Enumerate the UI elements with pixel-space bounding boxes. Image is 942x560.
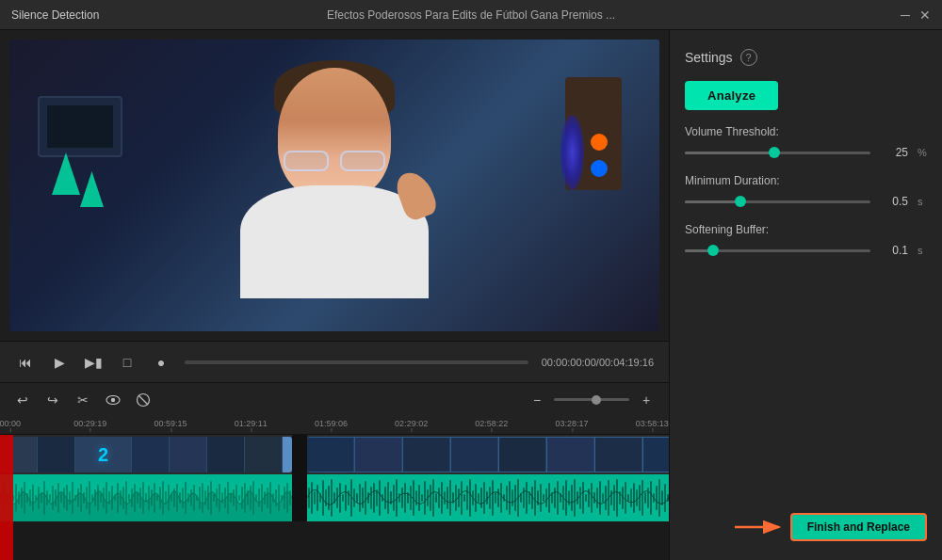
svg-rect-49 xyxy=(128,494,130,502)
minimum-duration-thumb[interactable] xyxy=(735,196,746,207)
svg-rect-35 xyxy=(89,481,90,515)
svg-rect-127 xyxy=(362,488,364,508)
svg-rect-173 xyxy=(492,480,494,516)
record-button[interactable]: ● xyxy=(151,352,171,373)
svg-rect-37 xyxy=(94,489,96,506)
svg-rect-24 xyxy=(57,483,59,513)
svg-rect-188 xyxy=(534,480,536,516)
softening-buffer-slider[interactable] xyxy=(685,249,870,252)
help-icon[interactable]: ? xyxy=(740,49,757,66)
svg-rect-103 xyxy=(281,495,283,501)
video-clip-2[interactable] xyxy=(307,437,669,472)
clip-number: 2 xyxy=(98,444,108,466)
zoom-in-button[interactable]: + xyxy=(637,391,656,409)
svg-rect-121 xyxy=(345,485,347,511)
softening-buffer-thumb[interactable] xyxy=(707,245,719,256)
svg-rect-125 xyxy=(356,493,358,503)
minimize-button[interactable]: ─ xyxy=(901,8,910,23)
timeline-toolbar: ↩ ↪ ✂ − xyxy=(0,382,669,416)
svg-rect-29 xyxy=(72,482,73,514)
svg-rect-22 xyxy=(52,486,54,510)
svg-rect-200 xyxy=(568,490,570,505)
svg-rect-177 xyxy=(503,494,505,502)
volume-threshold-fill xyxy=(685,152,774,154)
video-clip-1[interactable]: 2 xyxy=(0,437,292,472)
svg-rect-160 xyxy=(455,485,457,511)
svg-rect-141 xyxy=(401,488,403,508)
svg-rect-80 xyxy=(216,488,218,507)
playback-controls: ⏮ ▶ ▶▮ □ ● 00:00:00:00/00:04:19:16 xyxy=(0,341,669,382)
svg-rect-145 xyxy=(413,480,414,516)
zoom-thumb[interactable] xyxy=(592,395,601,405)
clip-thumb-s6 xyxy=(547,438,594,472)
ruler-mark-5: 02:29:02 xyxy=(395,419,428,428)
svg-rect-215 xyxy=(610,490,612,505)
svg-rect-162 xyxy=(461,481,463,515)
svg-rect-133 xyxy=(379,480,381,516)
svg-rect-212 xyxy=(602,493,604,503)
spacer xyxy=(685,272,927,490)
volume-threshold-thumb[interactable] xyxy=(769,147,780,158)
svg-rect-180 xyxy=(512,489,513,506)
bg-monitor xyxy=(38,96,122,157)
svg-rect-56 xyxy=(148,486,150,510)
minimum-duration-unit: s xyxy=(918,196,927,207)
svg-rect-137 xyxy=(390,491,392,504)
progress-bar[interactable] xyxy=(185,360,528,364)
svg-rect-78 xyxy=(210,481,212,515)
svg-rect-10 xyxy=(18,491,20,504)
svg-rect-20 xyxy=(46,490,48,505)
close-button[interactable]: ✕ xyxy=(919,8,931,23)
svg-rect-72 xyxy=(193,485,195,511)
minimum-duration-row: 0.5 s xyxy=(685,195,927,208)
clip-thumb-s8 xyxy=(643,438,669,472)
svg-rect-218 xyxy=(619,491,621,504)
svg-rect-76 xyxy=(204,490,206,505)
volume-threshold-slider[interactable] xyxy=(685,152,870,154)
cut-button[interactable]: ✂ xyxy=(73,391,92,409)
mute-button[interactable] xyxy=(134,391,153,409)
clip-gap-video xyxy=(292,435,307,474)
svg-rect-70 xyxy=(187,493,189,503)
zoom-out-button[interactable]: − xyxy=(528,391,546,409)
svg-rect-167 xyxy=(475,484,477,512)
ruler-mark-2: 00:59:15 xyxy=(154,419,187,428)
svg-rect-181 xyxy=(514,485,516,511)
svg-rect-186 xyxy=(528,491,530,504)
svg-rect-229 xyxy=(650,481,652,515)
svg-rect-197 xyxy=(560,493,561,503)
stop-button[interactable]: ▶▮ xyxy=(83,352,104,373)
svg-rect-82 xyxy=(221,492,223,504)
svg-rect-138 xyxy=(393,485,395,511)
loop-button[interactable]: □ xyxy=(117,352,138,373)
analyze-button[interactable]: Analyze xyxy=(685,81,778,110)
finish-and-replace-button[interactable]: Finish and Replace xyxy=(790,513,927,541)
svg-rect-203 xyxy=(577,491,578,504)
redo-button[interactable]: ↪ xyxy=(43,391,62,409)
minimum-duration-slider[interactable] xyxy=(685,200,870,203)
svg-rect-202 xyxy=(574,479,576,517)
ruler-mark-3: 01:29:11 xyxy=(235,419,268,428)
svg-rect-136 xyxy=(387,482,389,514)
svg-rect-122 xyxy=(348,490,349,505)
svg-rect-172 xyxy=(489,487,491,509)
play-button[interactable]: ▶ xyxy=(49,352,70,373)
svg-rect-164 xyxy=(466,486,468,510)
clip-thumb-s5 xyxy=(499,438,546,472)
zoom-slider[interactable] xyxy=(554,398,629,401)
svg-rect-52 xyxy=(137,492,138,504)
eye-button[interactable] xyxy=(104,391,122,409)
clip-thumb-3: 2 xyxy=(75,437,132,472)
svg-rect-99 xyxy=(269,482,271,514)
svg-rect-83 xyxy=(224,488,226,508)
svg-rect-120 xyxy=(342,494,344,502)
svg-rect-139 xyxy=(396,479,398,517)
svg-rect-110 xyxy=(314,491,316,504)
svg-rect-91 xyxy=(247,490,249,505)
softening-buffer-value: 0.1 xyxy=(880,244,908,257)
undo-button[interactable]: ↩ xyxy=(13,391,32,409)
step-back-button[interactable]: ⏮ xyxy=(15,352,36,373)
svg-rect-41 xyxy=(106,482,107,514)
svg-rect-23 xyxy=(55,489,57,506)
svg-rect-26 xyxy=(63,488,65,508)
